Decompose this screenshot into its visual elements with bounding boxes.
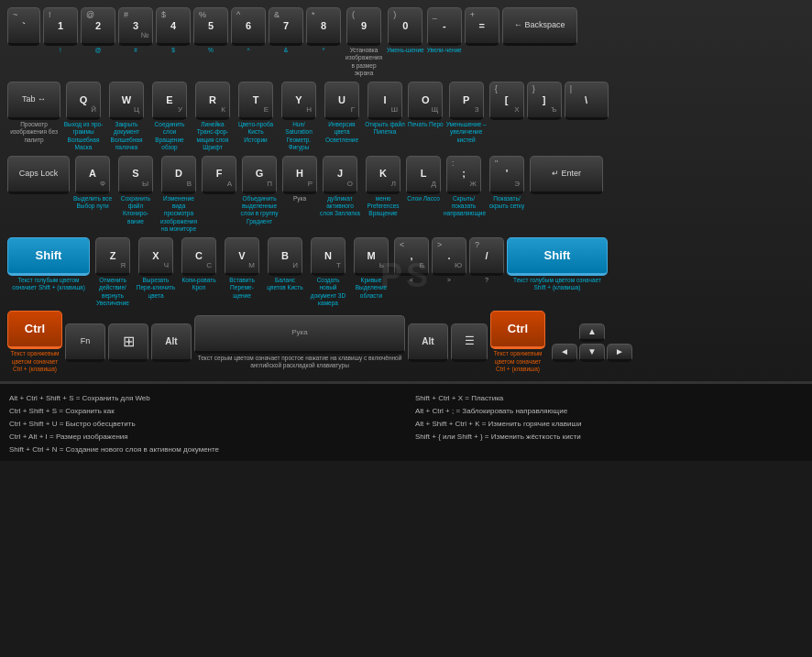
key-desc-semicolon: Скрыть/ показать направляющие: [444, 195, 484, 218]
key-7[interactable]: & 7: [269, 7, 303, 46]
key-shift-right[interactable]: Shift: [507, 237, 608, 276]
key-rbracket[interactable]: } ] Ъ: [527, 82, 562, 120]
key-desc-9: Установка изображения в размер экрана: [344, 47, 384, 78]
key-t[interactable]: T Е: [238, 82, 273, 120]
key-8[interactable]: * 8: [306, 7, 341, 46]
capslock-label: Caps Lock: [19, 170, 59, 179]
key-c[interactable]: C С: [181, 237, 216, 276]
key-u[interactable]: U Г: [324, 82, 359, 120]
key-s[interactable]: S Ы: [118, 156, 153, 194]
key-semicolon[interactable]: : ; Ж: [446, 156, 481, 194]
shortcut-5: Shift + Ctrl + N = Создание нового слоя …: [9, 444, 397, 455]
key-0[interactable]: ) 0: [388, 7, 422, 46]
main-char: \: [585, 94, 587, 105]
key-wrap-6: ^ 6 ^: [231, 7, 266, 54]
key-h[interactable]: H Р: [282, 156, 317, 194]
key-tab[interactable]: Tab ↔: [7, 82, 60, 120]
key-m[interactable]: M Ь: [354, 237, 389, 276]
key-g[interactable]: G П: [242, 156, 277, 194]
key-period[interactable]: > . Ю: [432, 237, 466, 276]
key-backspace[interactable]: ← Backspace: [502, 7, 577, 46]
key-i[interactable]: I Ш: [368, 82, 402, 120]
key-comma[interactable]: < , Б: [394, 237, 429, 276]
key-space[interactable]: Рука: [194, 315, 405, 354]
key-ctrl-right[interactable]: Ctrl: [490, 311, 545, 349]
key-wrap-3: # 3 № #: [118, 7, 153, 54]
key-p[interactable]: P З: [449, 82, 484, 120]
shortcut-6: Shift + Ctrl + X = Пластика: [415, 393, 803, 404]
key-tilde[interactable]: ~ `: [7, 7, 40, 46]
key-arrow-down[interactable]: ▼: [579, 344, 605, 362]
key-slash[interactable]: ? /: [469, 237, 504, 276]
key-quote[interactable]: " ' Э: [489, 156, 524, 194]
key-wrap-5: % 5 %: [193, 7, 228, 54]
key-1[interactable]: ! 1: [43, 7, 78, 46]
key-e[interactable]: E У: [152, 82, 187, 120]
key-alt-right[interactable]: Alt: [408, 323, 448, 362]
main-char: ,: [410, 250, 412, 261]
key-alt-left[interactable]: Alt: [151, 323, 192, 362]
key-arrow-right[interactable]: ►: [607, 344, 632, 362]
ru-char: Я: [120, 262, 126, 270]
key-4[interactable]: $ 4: [156, 7, 191, 46]
key-f[interactable]: F А: [202, 156, 236, 194]
key-3[interactable]: # 3 №: [118, 7, 153, 46]
ru-char: С: [206, 262, 212, 270]
key-desc-m: Кривые Выделение области: [351, 277, 391, 300]
ru-char: З: [475, 106, 479, 115]
key-desc-q: Выход из про-граммы Волшебная Маска: [63, 121, 104, 152]
key-fn[interactable]: Fn: [65, 323, 105, 362]
key-9[interactable]: ( 9: [346, 7, 381, 46]
key-b[interactable]: B И: [268, 237, 302, 276]
ru-char: О: [347, 181, 353, 189]
ru-char: Щ: [432, 106, 439, 115]
main-char: Q: [80, 94, 88, 105]
key-desc-quote: Показать/ скрыть сетку: [487, 195, 527, 211]
key-x[interactable]: X Ч: [138, 237, 173, 276]
key-backslash[interactable]: | \: [565, 82, 609, 120]
key-menu[interactable]: ☰: [451, 323, 488, 362]
ru-char: Ц: [134, 106, 139, 115]
key-wrap-x: X Ч Вырезать Пере-ключить цвета: [136, 237, 176, 300]
ru-char: №: [140, 32, 148, 40]
key-j[interactable]: J О: [323, 156, 357, 194]
key-5[interactable]: % 5: [193, 7, 228, 46]
space-desc: Текст серым цветом означает простое нажа…: [194, 355, 405, 370]
key-r[interactable]: R К: [195, 82, 230, 120]
key-n[interactable]: N Т: [311, 237, 346, 276]
key-k[interactable]: K Л: [366, 156, 401, 194]
key-win[interactable]: ⊞: [108, 323, 148, 362]
ru-char: Ы: [142, 181, 148, 189]
key-a[interactable]: A Ф: [75, 156, 110, 194]
key-lbracket[interactable]: { [ Х: [489, 82, 524, 120]
key-wrap-shift-left: Shift Текст голубым цветом означает Shif…: [7, 237, 90, 292]
key-d[interactable]: D В: [161, 156, 196, 194]
key-q[interactable]: Q Й: [66, 82, 101, 120]
key-desc-comma: <: [410, 277, 413, 284]
key-o[interactable]: O Щ: [408, 82, 443, 120]
key-enter[interactable]: ↵ Enter: [530, 156, 603, 194]
key-y[interactable]: Y Н: [281, 82, 316, 120]
main-char: 0: [402, 20, 408, 31]
shift-left-desc: Текст голубым цветом означает Shift + (к…: [7, 277, 90, 292]
main-char: I: [383, 94, 386, 105]
key-shift-left[interactable]: Shift: [7, 237, 90, 276]
key-equals[interactable]: + =: [465, 7, 499, 46]
key-v[interactable]: V М: [225, 237, 259, 276]
key-2[interactable]: @ 2: [81, 7, 115, 46]
key-ctrl-left[interactable]: Ctrl: [7, 311, 62, 349]
key-l[interactable]: L Д: [406, 156, 441, 194]
key-capslock[interactable]: Caps Lock: [7, 156, 70, 194]
key-z[interactable]: Z Я: [95, 237, 130, 276]
key-arrow-up[interactable]: ▲: [579, 323, 605, 342]
key-minus[interactable]: _ -: [427, 7, 462, 46]
main-char: A: [89, 168, 96, 179]
key-desc-u: Инверсия цвета Осветление: [322, 121, 362, 144]
key-wrap-backspace: ← Backspace: [502, 7, 577, 46]
main-char: 7: [283, 20, 289, 31]
main-char: 5: [208, 20, 214, 31]
key-w[interactable]: W Ц: [109, 82, 144, 120]
ru-char: П: [267, 181, 272, 189]
key-6[interactable]: ^ 6: [231, 7, 266, 46]
key-arrow-left[interactable]: ◄: [552, 344, 577, 362]
